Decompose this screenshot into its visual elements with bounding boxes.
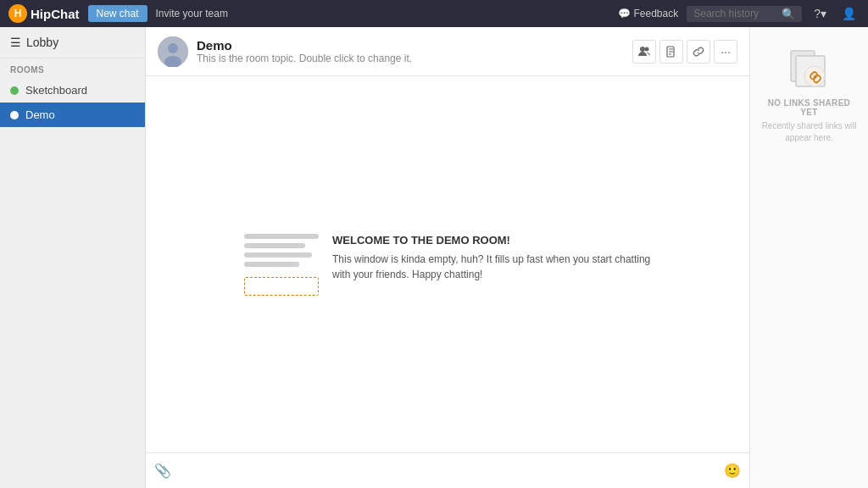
attach-button[interactable]: 📎 [154,463,171,479]
sidebar-item-demo[interactable]: Demo [0,103,145,127]
no-links-icon [782,44,837,98]
svg-point-4 [645,47,649,51]
welcome-text: WELCOME TO THE DEMO ROOM! This window is… [332,234,651,282]
invite-team-button[interactable]: Invite your team [156,8,228,19]
welcome-illustration [244,234,319,296]
welcome-heading: WELCOME TO THE DEMO ROOM! [332,234,651,247]
logo-text: HipChat [31,7,80,21]
feedback-icon: 💬 [618,8,631,19]
chat-input-area: 📎 🙂 [146,452,749,488]
search-history-wrap: 🔍 [687,6,802,22]
sidebar-lobby[interactable]: ☰ Lobby [0,27,145,58]
search-history-input[interactable] [693,8,778,19]
rooms-section-label: ROOMS [0,58,145,78]
welcome-lines [244,234,319,267]
lobby-label: Lobby [26,36,58,49]
room-name: Demo [197,38,624,53]
main-chat-area: Demo This is the room topic. Double clic… [146,27,749,488]
sidebar-item-sketchboard[interactable]: Sketchboard [0,78,145,103]
svg-point-3 [640,47,645,52]
help-button[interactable]: ?▾ [810,7,830,20]
welcome-line-4 [244,262,299,267]
sidebar-item-label-sketchboard: Sketchboard [25,84,87,97]
welcome-line-3 [244,252,312,258]
right-panel: NO LINKS SHARED YET Recently shared link… [749,27,868,488]
status-dot-demo [10,111,19,119]
welcome-body: This window is kinda empty, huh? It fill… [332,252,651,282]
welcome-box-outline [244,277,319,296]
emoji-button[interactable]: 🙂 [724,463,741,479]
no-links-subtitle: Recently shared links will appear here. [759,120,860,144]
logo-icon: H [8,4,27,23]
files-button[interactable] [659,40,683,64]
chat-input[interactable] [178,464,717,477]
welcome-line-2 [244,243,305,248]
user-menu-button[interactable]: 👤 [838,7,860,20]
sidebar: ☰ Lobby ROOMS Sketchboard Demo [0,27,146,488]
links-button[interactable] [687,40,710,64]
top-nav: H HipChat New chat Invite your team 💬 Fe… [0,0,868,27]
welcome-line-1 [244,234,319,239]
more-button[interactable]: ··· [714,40,737,64]
chat-messages: WELCOME TO THE DEMO ROOM! This window is… [146,76,749,452]
svg-point-1 [168,43,178,53]
feedback-button[interactable]: 💬 Feedback [618,8,679,19]
search-icon: 🔍 [782,8,795,20]
sidebar-item-label-demo: Demo [25,108,55,121]
chat-header-actions: ··· [632,40,737,64]
app-body: ☰ Lobby ROOMS Sketchboard Demo Demo [0,27,868,488]
chat-header-info: Demo This is the room topic. Double clic… [197,38,624,64]
no-links-title: NO LINKS SHARED YET [759,98,860,117]
logo: H HipChat [8,4,80,23]
status-dot-sketchboard [10,86,19,95]
room-topic[interactable]: This is the room topic. Double click to … [197,53,624,64]
hamburger-icon: ☰ [10,36,21,49]
members-button[interactable] [632,40,656,64]
new-chat-button[interactable]: New chat [88,5,147,22]
chat-header: Demo This is the room topic. Double clic… [146,27,749,76]
room-avatar [158,36,188,67]
welcome-box: WELCOME TO THE DEMO ROOM! This window is… [244,234,651,296]
